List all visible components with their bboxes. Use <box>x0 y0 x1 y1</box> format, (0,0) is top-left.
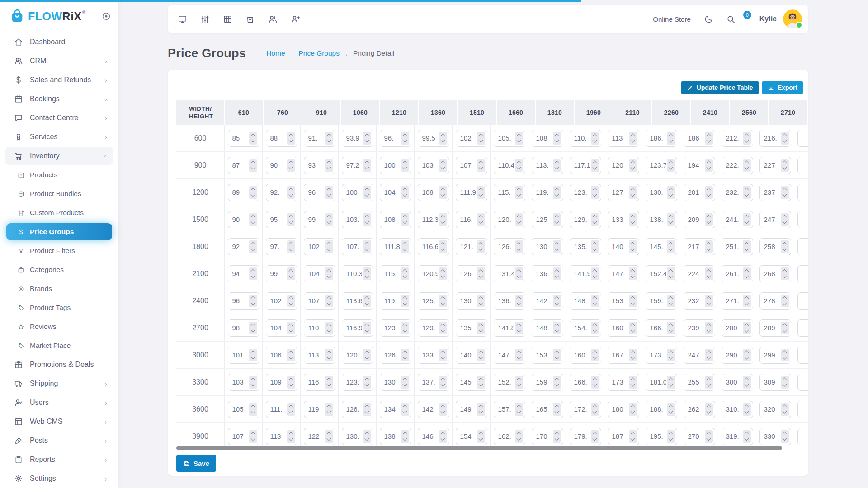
number-spinner[interactable] <box>667 159 675 172</box>
price-input[interactable] <box>418 130 449 147</box>
number-spinner[interactable] <box>401 349 409 361</box>
price-value[interactable] <box>798 428 809 445</box>
grid-icon[interactable] <box>222 14 233 24</box>
number-spinner[interactable] <box>249 267 257 280</box>
price-input[interactable] <box>722 238 753 255</box>
number-spinner[interactable] <box>325 159 333 172</box>
price-input[interactable] <box>266 184 297 201</box>
price-input[interactable] <box>494 238 525 255</box>
horizontal-scrollbar[interactable] <box>176 446 808 450</box>
price-input[interactable] <box>684 292 715 310</box>
price-input[interactable] <box>456 265 487 282</box>
search-icon[interactable] <box>726 14 736 24</box>
price-value[interactable] <box>798 347 809 363</box>
number-spinner[interactable] <box>249 295 257 307</box>
price-input[interactable] <box>418 184 449 201</box>
scrollbar-thumb[interactable] <box>176 446 782 450</box>
price-input[interactable] <box>570 184 601 201</box>
number-spinner[interactable] <box>781 213 789 226</box>
price-input[interactable] <box>266 319 297 337</box>
price-input[interactable] <box>646 157 677 174</box>
price-input[interactable] <box>266 157 297 174</box>
price-input[interactable] <box>342 184 373 201</box>
sidebar-item-product-tags[interactable]: Product Tags <box>0 298 118 317</box>
price-input[interactable] <box>266 211 297 228</box>
price-input[interactable] <box>456 374 487 391</box>
price-input[interactable] <box>380 374 411 391</box>
price-input[interactable] <box>722 157 753 174</box>
dark-mode-moon-icon[interactable] <box>703 14 714 24</box>
price-input[interactable] <box>304 157 335 174</box>
price-input[interactable] <box>418 292 449 310</box>
price-input[interactable] <box>456 428 487 445</box>
price-value[interactable] <box>798 374 809 390</box>
number-spinner[interactable] <box>287 403 295 416</box>
price-input[interactable] <box>646 184 677 201</box>
price-input[interactable] <box>228 401 259 418</box>
number-spinner[interactable] <box>363 186 371 199</box>
number-spinner[interactable] <box>477 349 485 361</box>
number-spinner[interactable] <box>249 213 257 226</box>
price-input[interactable] <box>304 292 335 310</box>
price-input[interactable] <box>380 130 411 147</box>
price-input[interactable] <box>646 238 677 255</box>
sidebar-item-product-filters[interactable]: Product Filters <box>0 241 118 260</box>
price-input[interactable] <box>570 265 601 282</box>
price-input[interactable] <box>722 211 753 228</box>
price-input[interactable] <box>304 211 335 228</box>
number-spinner[interactable] <box>591 240 599 253</box>
number-spinner[interactable] <box>515 213 523 226</box>
price-input[interactable] <box>304 184 335 201</box>
price-input[interactable] <box>342 347 373 364</box>
price-input[interactable] <box>797 211 809 228</box>
price-input[interactable] <box>570 401 601 418</box>
price-input[interactable] <box>380 428 411 445</box>
price-input[interactable] <box>266 347 297 364</box>
sidebar-item-settings[interactable]: Settings <box>0 469 118 488</box>
price-input[interactable] <box>608 157 639 174</box>
price-input[interactable] <box>646 347 677 364</box>
price-input[interactable] <box>494 374 525 391</box>
number-spinner[interactable] <box>591 430 599 443</box>
number-spinner[interactable] <box>553 295 561 307</box>
price-input[interactable] <box>684 319 715 337</box>
number-spinner[interactable] <box>325 295 333 307</box>
price-input[interactable] <box>608 265 639 282</box>
number-spinner[interactable] <box>591 132 599 145</box>
export-button[interactable]: Export <box>762 81 803 94</box>
number-spinner[interactable] <box>705 213 713 226</box>
number-spinner[interactable] <box>287 322 295 334</box>
price-input[interactable] <box>684 130 715 147</box>
sidebar-item-reports[interactable]: Reports <box>0 450 118 469</box>
number-spinner[interactable] <box>553 267 561 280</box>
number-spinner[interactable] <box>363 240 371 253</box>
number-spinner[interactable] <box>325 267 333 280</box>
price-input[interactable] <box>456 319 487 337</box>
number-spinner[interactable] <box>363 295 371 307</box>
sidebar-item-promotions-deals[interactable]: Promotions & Deals <box>0 355 118 374</box>
price-input[interactable] <box>760 184 791 201</box>
price-input[interactable] <box>532 130 563 147</box>
price-input[interactable] <box>342 211 373 228</box>
price-input[interactable] <box>456 238 487 255</box>
price-input[interactable] <box>608 292 639 310</box>
price-input[interactable] <box>494 184 525 201</box>
number-spinner[interactable] <box>781 186 789 199</box>
price-input[interactable] <box>760 401 791 418</box>
price-input[interactable] <box>646 130 677 147</box>
number-spinner[interactable] <box>477 322 485 334</box>
number-spinner[interactable] <box>439 349 447 361</box>
price-input[interactable] <box>456 401 487 418</box>
number-spinner[interactable] <box>439 295 447 307</box>
price-input[interactable] <box>646 428 677 445</box>
price-input[interactable] <box>532 319 563 337</box>
price-value[interactable] <box>798 266 809 282</box>
number-spinner[interactable] <box>667 213 675 226</box>
price-input[interactable] <box>760 374 791 391</box>
price-input[interactable] <box>760 238 791 255</box>
number-spinner[interactable] <box>553 240 561 253</box>
number-spinner[interactable] <box>743 213 751 226</box>
number-spinner[interactable] <box>553 213 561 226</box>
number-spinner[interactable] <box>401 322 409 334</box>
number-spinner[interactable] <box>477 186 485 199</box>
